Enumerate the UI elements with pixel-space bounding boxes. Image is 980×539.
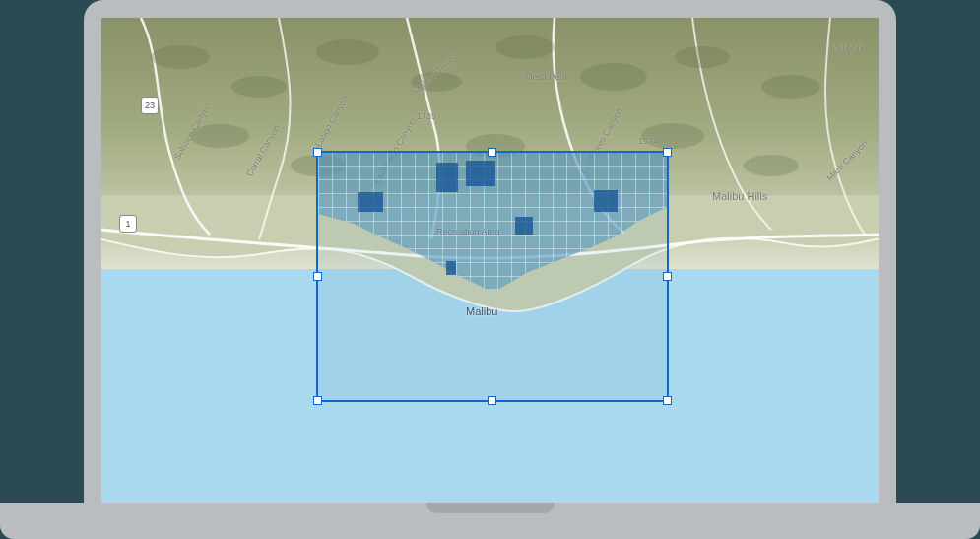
parcel-block (358, 192, 383, 212)
svg-point-2 (316, 39, 379, 65)
laptop-bezel: 23 1 Solstice Canyon Corral Canyon Latig… (84, 0, 896, 503)
resize-handle-top-left[interactable] (313, 148, 322, 157)
laptop-mockup: 23 1 Solstice Canyon Corral Canyon Latig… (0, 0, 980, 539)
map-viewport[interactable]: 23 1 Solstice Canyon Corral Canyon Latig… (101, 18, 879, 503)
svg-point-11 (641, 123, 704, 149)
svg-point-7 (761, 75, 820, 99)
parcel-block (594, 190, 618, 212)
route-shield-23: 23 (141, 97, 159, 114)
svg-point-4 (495, 35, 555, 59)
route-shield-1: 1 (119, 215, 137, 233)
svg-point-5 (580, 63, 647, 91)
svg-point-6 (675, 46, 730, 68)
parcel-block (436, 163, 458, 192)
resize-handle-top-right[interactable] (663, 148, 672, 157)
resize-handle-middle-right[interactable] (663, 272, 672, 281)
svg-point-0 (151, 45, 210, 69)
svg-point-12 (744, 155, 799, 176)
resize-handle-bottom-left[interactable] (313, 396, 322, 405)
laptop-notch (426, 503, 555, 513)
resize-handle-bottom-middle[interactable] (488, 396, 496, 405)
resize-handle-top-middle[interactable] (488, 148, 496, 157)
svg-point-8 (190, 124, 249, 148)
selection-rectangle[interactable]: Recreation Area Malibu (316, 151, 669, 402)
resize-handle-middle-left[interactable] (313, 272, 322, 281)
route-1-label: 1 (125, 219, 130, 229)
label-recreation-area: Recreation Area (436, 227, 500, 236)
label-malibu-city: Malibu (466, 305, 497, 317)
svg-point-3 (411, 72, 462, 92)
parcel-block (515, 217, 533, 235)
parcel-block (446, 261, 456, 275)
route-23-label: 23 (145, 101, 155, 110)
parcel-block (466, 161, 495, 186)
resize-handle-bottom-right[interactable] (663, 396, 672, 405)
svg-point-1 (231, 76, 287, 98)
parcel-overlay (318, 153, 667, 289)
